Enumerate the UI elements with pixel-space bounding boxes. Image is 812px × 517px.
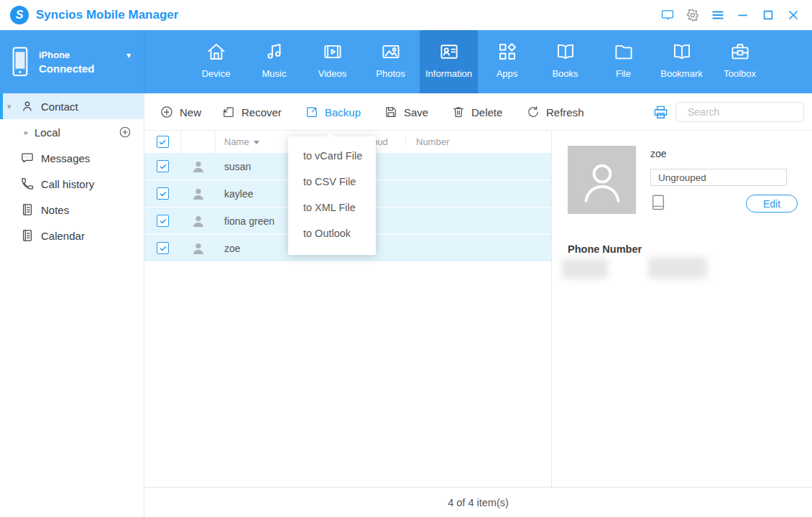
save-button[interactable]: Save [384,93,428,131]
device-info: iPhone Connected [39,50,95,75]
row-checkbox[interactable] [157,160,169,172]
sort-descending-icon [254,141,259,144]
menu-item-outlook[interactable]: to Outlook [288,220,376,246]
refresh-button[interactable]: Refresh [526,93,584,131]
button-label: Delete [471,106,502,118]
tab-music[interactable]: Music [245,30,303,93]
maximize-icon[interactable] [761,8,775,22]
tab-apps[interactable]: Apps [478,30,536,93]
feedback-message-icon[interactable] [660,8,675,22]
sidebar-item-label: Local [34,126,60,139]
tab-information[interactable]: Information [420,30,478,93]
mobile-device-icon [650,194,666,213]
row-checkbox[interactable] [157,242,169,254]
backup-button[interactable]: Backup [305,93,361,131]
folder-icon [613,41,635,62]
contact-avatar-icon [190,240,207,257]
tab-device[interactable]: Device [187,30,245,93]
search-box [675,102,804,122]
smartphone-icon [10,45,30,78]
backup-dropdown-menu: to vCard File to CSV File to XML File to… [288,136,376,255]
tab-label: Apps [497,68,518,79]
export-box-icon [305,105,319,119]
select-all-checkbox[interactable] [157,136,169,148]
music-note-icon [264,41,285,62]
new-button[interactable]: New [160,93,201,131]
contact-avatar-icon [190,185,207,202]
number-column-header[interactable]: Number [406,136,551,147]
open-book-icon [555,41,576,62]
add-group-icon[interactable] [119,126,132,139]
redacted-phone-label [562,258,608,279]
detail-avatar-placeholder [568,146,636,214]
tab-toolbox[interactable]: Toolbox [711,30,769,93]
sidebar-item-notes[interactable]: Notes [0,197,144,223]
recover-button[interactable]: Recover [221,93,282,131]
titlebar: S Syncios Mobile Manager [0,0,812,30]
tab-videos[interactable]: Videos [303,30,361,93]
minimize-icon[interactable] [736,8,750,22]
button-label: Recover [241,106,282,118]
group-field[interactable] [650,169,787,186]
sidebar-item-label: Notes [41,204,69,216]
delete-button[interactable]: Delete [451,93,502,131]
toolbox-icon [729,41,751,62]
row-checkbox[interactable] [157,187,169,200]
sidebar-item-label: Calendar [41,230,85,242]
button-label: Backup [325,106,361,118]
app-window: S Syncios Mobile Manager iPhone Connecte… [0,0,812,517]
tab-label: Music [262,68,287,79]
contact-avatar-icon [190,158,207,175]
search-input[interactable] [688,106,812,118]
button-label: Save [404,106,428,118]
tab-label: Books [552,68,578,79]
tab-label: Information [425,68,472,79]
sidebar-item-calendar[interactable]: Calendar [0,223,144,248]
print-icon[interactable] [652,104,669,121]
tab-label: Device [202,68,231,79]
sidebar-item-label: Call history [41,178,94,190]
contacts-toolbar: New Recover Backup Save Delete Refresh [144,93,812,131]
menu-hamburger-icon[interactable] [711,8,725,22]
tab-file[interactable]: File [594,30,652,93]
chevron-down-icon: ▾ [126,50,131,60]
settings-gear-icon[interactable] [686,8,700,22]
tab-label: File [616,68,631,79]
sidebar-item-label: Contact [41,101,78,113]
avatar-column-header [181,131,216,153]
tab-books[interactable]: Books [536,30,594,93]
import-box-icon [221,105,236,119]
status-bar: 4 of 4 item(s) [144,487,812,517]
edit-button[interactable]: Edit [746,195,798,213]
plus-circle-icon [160,105,174,119]
film-play-icon [322,41,343,62]
person-outline-icon [576,154,628,206]
sidebar-item-messages[interactable]: Messages [0,145,144,171]
photo-icon [380,41,402,62]
expand-caret-icon[interactable]: ▸ [24,128,29,137]
menu-item-csv[interactable]: to CSV File [288,169,376,195]
sidebar-item-contact[interactable]: ▾ Contact [0,93,144,119]
calendar-document-icon [20,228,34,243]
button-label: New [180,106,201,118]
menu-item-xml[interactable]: to XML File [288,195,376,220]
sidebar-item-call-history[interactable]: Call history [0,171,144,197]
sidebar-item-local[interactable]: ▸ Local [0,119,144,145]
item-count: 4 of 4 item(s) [448,497,509,508]
device-selector[interactable]: iPhone Connected ▾ [0,30,144,93]
menu-item-vcard[interactable]: to vCard File [288,143,376,169]
sidebar: ▾ Contact ▸ Local Messages Call history … [0,93,144,517]
trash-icon [451,105,466,119]
titlebar-icons [660,8,812,22]
refresh-icon [526,105,540,119]
tab-photos[interactable]: Photos [361,30,420,93]
collapse-caret-icon[interactable]: ▾ [7,102,11,111]
redacted-phone-number [648,257,707,279]
tab-bookmark[interactable]: Bookmark [652,30,711,93]
row-checkbox[interactable] [157,215,169,227]
close-icon[interactable] [786,8,801,22]
note-document-icon [20,202,34,217]
open-book-icon [671,41,693,62]
contact-detail-panel: zoe Edit Phone Number [552,131,812,487]
phone-number-section-label: Phone Number [568,243,642,255]
